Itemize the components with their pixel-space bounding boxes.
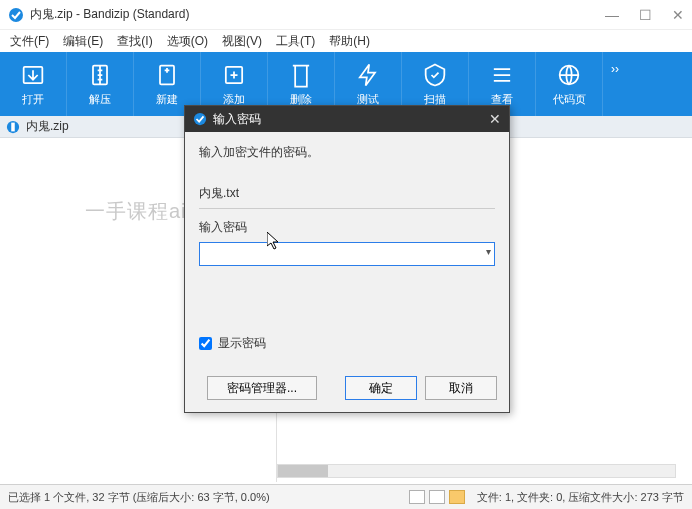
toolbar-extract[interactable]: 解压 <box>67 52 134 116</box>
delete-icon <box>287 61 315 89</box>
extract-icon <box>86 61 114 89</box>
menu-view[interactable]: 视图(V) <box>222 33 262 50</box>
toolbar-more[interactable]: ›› <box>603 52 627 116</box>
dialog-filename: 内鬼.txt <box>199 185 495 202</box>
ok-button[interactable]: 确定 <box>345 376 417 400</box>
menu-edit[interactable]: 编辑(E) <box>63 33 103 50</box>
toolbar-extract-label: 解压 <box>89 92 111 107</box>
dialog-message: 输入加密文件的密码。 <box>199 144 495 161</box>
show-password-label: 显示密码 <box>218 335 266 352</box>
view-mode-2[interactable] <box>429 490 445 504</box>
view-mode-1[interactable] <box>409 490 425 504</box>
svg-rect-7 <box>11 122 15 131</box>
minimize-button[interactable]: — <box>605 7 619 23</box>
svg-point-0 <box>9 8 23 22</box>
view-icon <box>488 61 516 89</box>
dialog-close-button[interactable]: ✕ <box>489 111 501 127</box>
menu-file[interactable]: 文件(F) <box>10 33 49 50</box>
add-icon <box>220 61 248 89</box>
view-mode-3[interactable] <box>449 490 465 504</box>
maximize-button[interactable]: ☐ <box>639 7 652 23</box>
scan-icon <box>421 61 449 89</box>
codepage-icon <box>555 61 583 89</box>
window-title: 内鬼.zip - Bandizip (Standard) <box>30 6 189 23</box>
status-bar: 已选择 1 个文件, 32 字节 (压缩后大小: 63 字节, 0.0%) 文件… <box>0 484 692 509</box>
archive-filename: 内鬼.zip <box>26 118 69 135</box>
password-manager-button[interactable]: 密码管理器... <box>207 376 317 400</box>
svg-point-8 <box>194 113 206 125</box>
toolbar-new-label: 新建 <box>156 92 178 107</box>
password-dropdown-icon[interactable]: ▾ <box>486 246 491 257</box>
status-selection: 已选择 1 个文件, 32 字节 (压缩后大小: 63 字节, 0.0%) <box>8 490 409 505</box>
dialog-divider <box>199 208 495 209</box>
cancel-button[interactable]: 取消 <box>425 376 497 400</box>
toolbar-codepage[interactable]: 代码页 <box>536 52 603 116</box>
toolbar-codepage-label: 代码页 <box>553 92 586 107</box>
password-input[interactable] <box>199 242 495 266</box>
window-titlebar: 内鬼.zip - Bandizip (Standard) — ☐ ✕ <box>0 0 692 30</box>
open-icon <box>19 61 47 89</box>
dialog-title: 输入密码 <box>213 111 261 128</box>
menu-find[interactable]: 查找(I) <box>117 33 152 50</box>
password-dialog: 输入密码 ✕ 输入加密文件的密码。 内鬼.txt 输入密码 ▾ 显示密码 密码管… <box>184 105 510 413</box>
app-icon <box>8 7 24 23</box>
menu-tools[interactable]: 工具(T) <box>276 33 315 50</box>
status-view-icons <box>409 490 465 504</box>
menu-options[interactable]: 选项(O) <box>167 33 208 50</box>
show-password-checkbox[interactable] <box>199 337 212 350</box>
new-icon <box>153 61 181 89</box>
dialog-app-icon <box>193 112 207 126</box>
horizontal-scrollbar[interactable] <box>277 464 676 478</box>
toolbar-open-label: 打开 <box>22 92 44 107</box>
close-button[interactable]: ✕ <box>672 7 684 23</box>
menu-bar: 文件(F) 编辑(E) 查找(I) 选项(O) 视图(V) 工具(T) 帮助(H… <box>0 30 692 52</box>
test-icon <box>354 61 382 89</box>
password-label: 输入密码 <box>199 219 495 236</box>
menu-help[interactable]: 帮助(H) <box>329 33 370 50</box>
toolbar-open[interactable]: 打开 <box>0 52 67 116</box>
status-summary: 文件: 1, 文件夹: 0, 压缩文件大小: 273 字节 <box>477 490 684 505</box>
zip-icon <box>6 120 20 134</box>
dialog-titlebar: 输入密码 ✕ <box>185 106 509 132</box>
